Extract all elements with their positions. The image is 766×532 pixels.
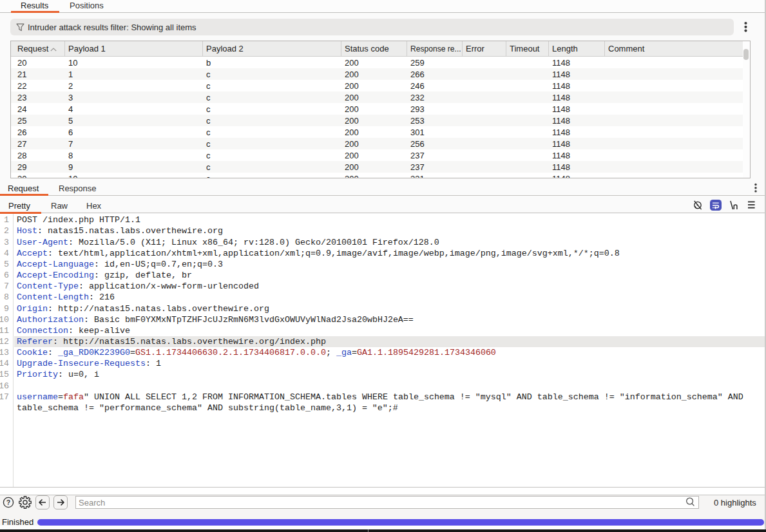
svg-text:?: ?: [6, 499, 10, 506]
